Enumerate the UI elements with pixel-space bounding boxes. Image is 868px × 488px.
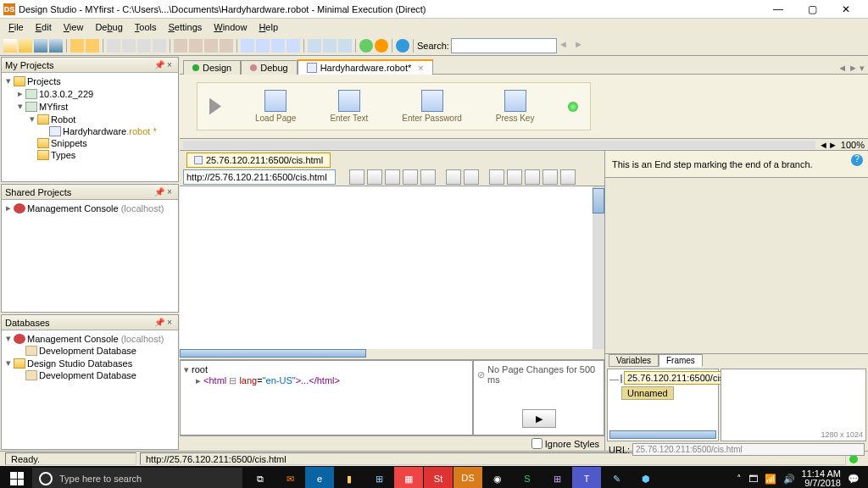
panel-close-icon[interactable]: × bbox=[164, 318, 175, 327]
menu-help[interactable]: Help bbox=[253, 20, 283, 34]
browser-button-icon[interactable] bbox=[560, 169, 576, 185]
flow-start-node[interactable] bbox=[209, 98, 221, 115]
dom-tree[interactable]: ▾ root ▸ <html ⊟ lang="en-US">...</html> bbox=[180, 360, 473, 435]
step-icon[interactable] bbox=[256, 39, 270, 53]
tab-list-icon[interactable]: ▾ bbox=[860, 63, 865, 74]
gear-icon[interactable] bbox=[359, 39, 373, 53]
maximize-button[interactable]: ▢ bbox=[800, 2, 824, 17]
browser-button-icon[interactable] bbox=[489, 169, 504, 185]
browser-button-icon[interactable] bbox=[403, 169, 418, 185]
step-icon[interactable] bbox=[241, 39, 254, 53]
flow-node-enter-password[interactable]: Enter Password bbox=[402, 90, 462, 123]
browser-button-icon[interactable] bbox=[446, 169, 461, 185]
browser-button-icon[interactable] bbox=[507, 169, 522, 185]
clock[interactable]: 11:14 AM9/7/2018 bbox=[802, 469, 841, 488]
task-view-icon[interactable]: ⧉ bbox=[246, 467, 275, 488]
tray-chevron-icon[interactable]: ˄ bbox=[737, 474, 742, 485]
browser-button-icon[interactable] bbox=[385, 169, 400, 185]
menu-edit[interactable]: Edit bbox=[31, 20, 57, 34]
tab-next-icon[interactable]: ► bbox=[849, 63, 858, 74]
tray-icon[interactable]: 🗔 bbox=[748, 474, 758, 484]
tool-icon[interactable] bbox=[204, 39, 218, 53]
notifications-icon[interactable]: 💬 bbox=[848, 474, 860, 485]
browser-scrollbar[interactable] bbox=[593, 186, 604, 349]
taskbar-app-icon[interactable]: ✉ bbox=[275, 467, 304, 488]
taskbar-app-icon[interactable]: ▦ bbox=[394, 467, 423, 488]
taskbar-app-icon[interactable]: ⊞ bbox=[542, 467, 571, 488]
taskbar-app-design-studio[interactable]: DS bbox=[453, 467, 482, 488]
tab-prev-icon[interactable]: ◄ bbox=[837, 63, 847, 74]
panel-close-icon[interactable]: × bbox=[164, 60, 175, 69]
browser-button-icon[interactable] bbox=[525, 169, 540, 185]
menu-view[interactable]: View bbox=[58, 20, 89, 34]
browser-hscrollbar[interactable] bbox=[180, 349, 366, 358]
wifi-icon[interactable]: 📶 bbox=[765, 474, 776, 485]
tab-design[interactable]: Design bbox=[183, 60, 241, 75]
undo-icon[interactable] bbox=[70, 39, 84, 53]
pin-icon[interactable]: 📌 bbox=[154, 318, 164, 327]
tab-debug[interactable]: Debug bbox=[241, 60, 297, 75]
run-icon[interactable] bbox=[323, 39, 337, 53]
flow-node-press-key[interactable]: Press Key bbox=[496, 90, 535, 123]
flow-node-load-page[interactable]: Load Page bbox=[255, 90, 296, 123]
frames-tree[interactable]: —25.76.120.211:6500/cis.html Unnamed bbox=[607, 369, 719, 441]
saveall-icon[interactable] bbox=[49, 39, 63, 53]
browser-viewport[interactable] bbox=[180, 186, 604, 349]
flow-end-node[interactable] bbox=[568, 102, 578, 112]
tool-icon[interactable] bbox=[220, 39, 233, 53]
copy-icon[interactable] bbox=[122, 39, 136, 53]
shared-tree[interactable]: ▸Management Console (localhost) bbox=[2, 200, 178, 312]
ignore-styles-checkbox[interactable] bbox=[531, 438, 542, 449]
menu-debug[interactable]: Debug bbox=[90, 20, 127, 34]
play-button[interactable]: ▶ bbox=[522, 409, 556, 428]
frame-url-input[interactable] bbox=[632, 443, 865, 456]
pin-icon[interactable]: 📌 bbox=[154, 187, 164, 197]
open-icon[interactable] bbox=[19, 39, 32, 53]
help-icon[interactable] bbox=[396, 39, 409, 53]
taskbar-app-icon[interactable]: e bbox=[305, 467, 334, 488]
delete-icon[interactable] bbox=[153, 39, 166, 53]
flow-scrollbar[interactable] bbox=[183, 141, 815, 149]
browser-button-icon[interactable] bbox=[349, 169, 364, 185]
search-prev-icon[interactable]: ◄ bbox=[559, 39, 572, 53]
frame-unnamed[interactable]: Unnamed bbox=[621, 386, 674, 400]
taskbar-app-icon[interactable]: ✎ bbox=[602, 467, 631, 488]
tab-frames[interactable]: Frames bbox=[659, 354, 703, 367]
browser-button-icon[interactable] bbox=[464, 169, 479, 185]
pin-icon[interactable]: 📌 bbox=[154, 60, 164, 69]
tab-variables[interactable]: Variables bbox=[609, 354, 659, 367]
frames-hscrollbar[interactable] bbox=[609, 430, 716, 439]
run-icon[interactable] bbox=[308, 39, 321, 53]
volume-icon[interactable]: 🔊 bbox=[783, 474, 795, 485]
system-tray[interactable]: ˄ 🗔 📶 🔊 11:14 AM9/7/2018 💬 bbox=[730, 469, 866, 488]
panel-close-icon[interactable]: × bbox=[164, 187, 175, 197]
run-icon[interactable] bbox=[338, 39, 352, 53]
taskbar-search[interactable]: Type here to search bbox=[32, 468, 242, 488]
redo-icon[interactable] bbox=[86, 39, 99, 53]
start-button[interactable] bbox=[2, 467, 32, 488]
search-input[interactable] bbox=[451, 38, 557, 53]
menu-file[interactable]: FFileile bbox=[3, 20, 29, 34]
browser-tab[interactable]: 25.76.120.211:6500/cis.html bbox=[186, 152, 331, 168]
new-icon[interactable] bbox=[3, 39, 17, 53]
chrome-icon[interactable]: ◉ bbox=[483, 467, 512, 488]
databases-tree[interactable]: ▾Management Console (localhost) Developm… bbox=[2, 330, 178, 449]
minimize-button[interactable]: — bbox=[766, 2, 790, 17]
help-icon[interactable]: ? bbox=[851, 154, 863, 166]
menu-window[interactable]: Window bbox=[209, 20, 252, 34]
search-next-icon[interactable]: ► bbox=[574, 39, 587, 53]
browser-button-icon[interactable] bbox=[542, 169, 558, 185]
paste-icon[interactable] bbox=[137, 39, 151, 53]
close-button[interactable]: ✕ bbox=[834, 2, 858, 17]
taskbar-app-icon[interactable]: S bbox=[513, 467, 542, 488]
taskbar-app-icon[interactable]: St bbox=[424, 467, 453, 488]
file-explorer-icon[interactable]: ▮ bbox=[335, 467, 364, 488]
url-input[interactable] bbox=[183, 169, 336, 185]
menu-tools[interactable]: Tools bbox=[130, 20, 162, 34]
taskbar-app-icon[interactable]: ⊞ bbox=[364, 467, 393, 488]
tab-close-icon[interactable]: × bbox=[418, 63, 423, 73]
taskbar-app-icon[interactable]: T bbox=[572, 467, 601, 488]
taskbar-app-icon[interactable]: ⬢ bbox=[632, 467, 660, 488]
step-icon[interactable] bbox=[287, 39, 300, 53]
save-icon[interactable] bbox=[34, 39, 47, 53]
